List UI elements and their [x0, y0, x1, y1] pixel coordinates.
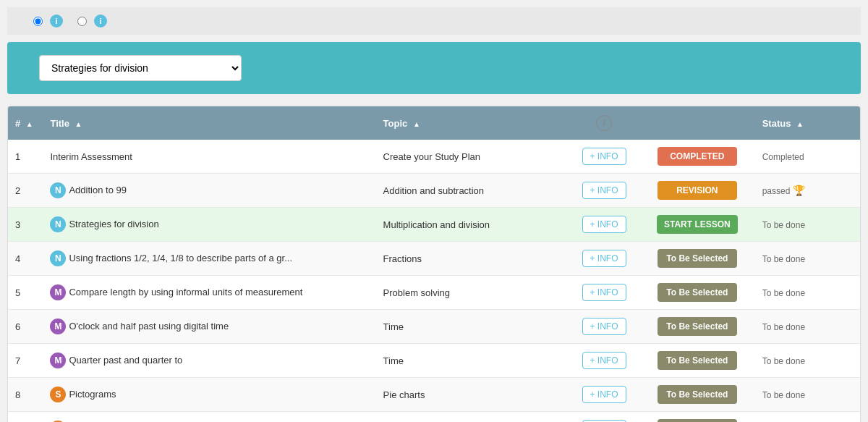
col-header-info: i [569, 106, 639, 140]
row-status: To be done [755, 412, 860, 423]
status-text: To be done [762, 356, 805, 366]
row-title: MCompare length by using informal units … [43, 276, 375, 310]
row-info-cell: + INFO [569, 344, 639, 378]
row-action-cell: To Be Selected [639, 242, 755, 276]
row-title: SPictograms [43, 378, 375, 412]
badge-n: N [50, 182, 66, 198]
row-action-cell: To Be Selected [639, 310, 755, 344]
col-header-topic: Topic ▲ [376, 106, 569, 140]
action-button[interactable]: To Be Selected [658, 317, 737, 336]
mode-bar: i i [7, 7, 861, 35]
table-body: 1 Interim Assessment Create your Study P… [8, 140, 860, 422]
row-topic: Pie charts [376, 378, 569, 412]
row-info-cell: + INFO [569, 412, 639, 423]
col-title-sort-icon[interactable]: ▲ [75, 120, 82, 128]
row-num: 6 [8, 310, 43, 344]
row-topic: Time [376, 344, 569, 378]
mode-manual[interactable]: i [77, 14, 107, 28]
status-text: To be done [762, 254, 805, 264]
action-button[interactable]: START LESSON [657, 215, 738, 234]
row-status: Completed [755, 140, 860, 174]
info-button[interactable]: + INFO [582, 182, 626, 199]
table-row: 8 SPictograms Pie charts + INFO To Be Se… [8, 378, 860, 412]
col-info-circle[interactable]: i [596, 115, 612, 131]
info-button[interactable]: + INFO [582, 148, 626, 165]
row-num: 2 [8, 174, 43, 208]
table-row: 7 MQuarter past and quarter to Time + IN… [8, 344, 860, 378]
row-info-cell: + INFO [569, 242, 639, 276]
table-header: # ▲ Title ▲ Topic ▲ i Status ▲ [8, 106, 860, 140]
row-topic: Pie charts [376, 412, 569, 423]
status-text: To be done [762, 322, 805, 332]
trophy-icon: 🏆 [793, 185, 805, 196]
col-header-action [639, 106, 755, 140]
table-row: 9 SBar Charts Pie charts + INFO To Be Se… [8, 412, 860, 423]
row-status: passed🏆 [755, 174, 860, 208]
row-title: MO'clock and half past using digital tim… [43, 310, 375, 344]
status-text: To be done [762, 220, 805, 230]
table-row: 2 NAddition to 99 Addition and subtracti… [8, 174, 860, 208]
action-button[interactable]: To Be Selected [658, 249, 737, 268]
action-button[interactable]: To Be Selected [658, 419, 737, 422]
row-action-cell: REVISION [639, 174, 755, 208]
row-status: To be done [755, 276, 860, 310]
lesson-select[interactable]: Strategies for division [39, 55, 242, 81]
badge-n: N [50, 250, 66, 266]
row-num: 7 [8, 344, 43, 378]
col-topic-sort-icon[interactable]: ▲ [413, 120, 420, 128]
action-button[interactable]: REVISION [658, 181, 737, 200]
info-button[interactable]: + INFO [582, 250, 626, 267]
row-num: 4 [8, 242, 43, 276]
col-header-status: Status ▲ [755, 106, 860, 140]
info-button[interactable]: + INFO [582, 216, 626, 233]
lesson-bar: Strategies for division [7, 42, 861, 94]
row-topic: Fractions [376, 242, 569, 276]
row-info-cell: + INFO [569, 174, 639, 208]
row-num: 1 [8, 140, 43, 174]
info-button[interactable]: + INFO [582, 284, 626, 301]
col-num-sort-icon[interactable]: ▲ [26, 120, 33, 128]
lessons-table: # ▲ Title ▲ Topic ▲ i Status ▲ [7, 106, 861, 422]
row-topic: Problem solving [376, 276, 569, 310]
row-status: To be done [755, 208, 860, 242]
row-topic: Create your Study Plan [376, 140, 569, 174]
table-row: 6 MO'clock and half past using digital t… [8, 310, 860, 344]
row-num: 8 [8, 378, 43, 412]
mode-manual-radio[interactable] [77, 17, 87, 26]
table-row: 5 MCompare length by using informal unit… [8, 276, 860, 310]
info-button[interactable]: + INFO [582, 386, 626, 403]
row-title: NAddition to 99 [43, 174, 375, 208]
mode-manual-info-icon[interactable]: i [94, 14, 107, 28]
row-action-cell: COMPLETED [639, 140, 755, 174]
mode-automatic-info-icon[interactable]: i [50, 14, 63, 28]
col-status-sort-icon[interactable]: ▲ [796, 120, 804, 128]
status-text: To be done [762, 288, 805, 298]
row-num: 3 [8, 208, 43, 242]
row-info-cell: + INFO [569, 378, 639, 412]
col-header-title: Title ▲ [43, 106, 375, 140]
info-button[interactable]: + INFO [582, 352, 626, 369]
row-title: Interim Assessment [43, 140, 375, 174]
badge-n: N [50, 216, 66, 232]
table-row: 1 Interim Assessment Create your Study P… [8, 140, 860, 174]
row-action-cell: To Be Selected [639, 378, 755, 412]
mode-automatic[interactable]: i [33, 14, 63, 28]
row-title: SBar Charts [43, 412, 375, 423]
row-info-cell: + INFO [569, 208, 639, 242]
action-button[interactable]: COMPLETED [658, 147, 737, 166]
action-button[interactable]: To Be Selected [658, 351, 737, 370]
mode-automatic-radio[interactable] [33, 17, 43, 26]
row-action-cell: To Be Selected [639, 412, 755, 423]
row-topic: Time [376, 310, 569, 344]
row-action-cell: START LESSON [639, 208, 755, 242]
row-status: To be done [755, 242, 860, 276]
status-text: Completed [762, 152, 804, 162]
row-action-cell: To Be Selected [639, 276, 755, 310]
action-button[interactable]: To Be Selected [658, 385, 737, 404]
row-topic: Multiplication and division [376, 208, 569, 242]
badge-m: M [50, 284, 66, 300]
info-button[interactable]: + INFO [582, 318, 626, 335]
row-info-cell: + INFO [569, 276, 639, 310]
action-button[interactable]: To Be Selected [658, 283, 737, 302]
row-num: 9 [8, 412, 43, 423]
